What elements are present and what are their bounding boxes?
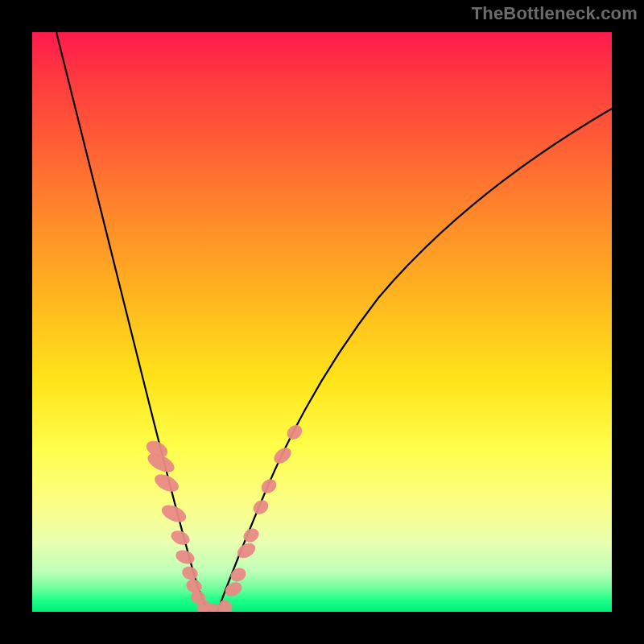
scatter-marker bbox=[169, 528, 192, 547]
plot-area bbox=[32, 32, 612, 612]
right-branch-curve bbox=[217, 109, 612, 612]
scatter-marker bbox=[250, 497, 271, 517]
scatter-marker bbox=[228, 565, 248, 584]
scatter-markers bbox=[143, 422, 304, 612]
chart-svg bbox=[32, 32, 612, 612]
scatter-marker bbox=[284, 422, 305, 442]
scatter-marker bbox=[271, 444, 295, 466]
scatter-marker bbox=[180, 564, 200, 581]
scatter-marker bbox=[258, 477, 279, 497]
left-branch-curve bbox=[56, 32, 209, 612]
scatter-marker bbox=[223, 580, 245, 599]
watermark-text: TheBottleneck.com bbox=[472, 3, 638, 24]
chart-frame: TheBottleneck.com bbox=[0, 0, 644, 644]
scatter-marker bbox=[174, 547, 196, 566]
scatter-marker bbox=[159, 502, 189, 525]
